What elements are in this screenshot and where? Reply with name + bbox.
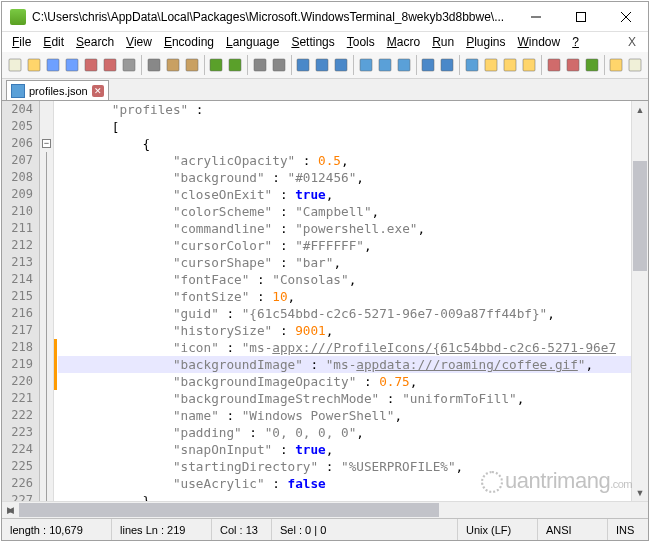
code-line[interactable]: "acrylicOpacity" : 0.5,: [66, 152, 631, 169]
editor-window: C:\Users\chris\AppData\Local\Packages\Mi…: [1, 1, 649, 541]
fold-all-button[interactable]: [419, 54, 437, 76]
code-line[interactable]: "profiles" :: [66, 101, 631, 118]
code-line[interactable]: "backgroundImageStrechMode" : "uniformTo…: [66, 390, 631, 407]
tab-close-icon[interactable]: ✕: [92, 85, 104, 97]
svg-rect-34: [629, 59, 641, 71]
find-button[interactable]: [251, 54, 269, 76]
code-line[interactable]: "guid" : "{61c54bbd-c2c6-5271-96e7-009a8…: [66, 305, 631, 322]
indent-guide-button[interactable]: [395, 54, 413, 76]
undo-button[interactable]: [207, 54, 225, 76]
code-line[interactable]: },: [66, 492, 631, 501]
svg-rect-5: [28, 59, 40, 71]
code-line[interactable]: "backgroundImage" : "ms-appdata:///roami…: [58, 356, 631, 373]
titlebar[interactable]: C:\Users\chris\AppData\Local\Packages\Mi…: [2, 2, 648, 32]
maximize-button[interactable]: [558, 2, 603, 31]
line-number-gutter: 2042052062072082092102112122132142152162…: [2, 101, 40, 501]
horizontal-scrollbar[interactable]: ◀ ▶: [2, 501, 648, 518]
replace-button[interactable]: [270, 54, 288, 76]
menu-window[interactable]: Window: [512, 33, 567, 51]
redo-button[interactable]: [226, 54, 244, 76]
code-editor[interactable]: "profiles" : [ { "acrylicOpacity" : 0.5,…: [58, 101, 631, 501]
code-line[interactable]: "snapOnInput" : true,: [66, 441, 631, 458]
scrollbar-thumb-v[interactable]: [633, 161, 647, 271]
zoom-in-button[interactable]: [294, 54, 312, 76]
code-line[interactable]: "commandline" : "powershell.exe",: [66, 220, 631, 237]
code-line[interactable]: "fontFace" : "Consolas",: [66, 271, 631, 288]
code-line[interactable]: "icon" : "ms-appx:///ProfileIcons/{61c54…: [66, 339, 631, 356]
code-line[interactable]: "historySize" : 9001,: [66, 322, 631, 339]
menu-macro[interactable]: Macro: [381, 33, 426, 51]
svg-rect-16: [254, 59, 266, 71]
doc-button[interactable]: [626, 54, 644, 76]
menubar-close[interactable]: X: [620, 33, 644, 51]
menu-search[interactable]: Search: [70, 33, 120, 51]
menu-encoding[interactable]: Encoding: [158, 33, 220, 51]
menu-?[interactable]: ?: [566, 33, 585, 51]
monitor-button[interactable]: [545, 54, 563, 76]
scrollbar-thumb-h[interactable]: [19, 503, 439, 517]
code-line[interactable]: "cursorShape" : "bar",: [66, 254, 631, 271]
code-line[interactable]: {: [66, 135, 631, 152]
spell-button[interactable]: [607, 54, 625, 76]
hidden-chars-button[interactable]: [463, 54, 481, 76]
folder-button[interactable]: [520, 54, 538, 76]
svg-rect-4: [9, 59, 21, 71]
svg-rect-27: [485, 59, 497, 71]
wrap-button[interactable]: [357, 54, 375, 76]
minimize-button[interactable]: [513, 2, 558, 31]
code-line[interactable]: "background" : "#012456",: [66, 169, 631, 186]
close-all-button[interactable]: [101, 54, 119, 76]
menu-run[interactable]: Run: [426, 33, 460, 51]
code-line[interactable]: "name" : "Windows PowerShell",: [66, 407, 631, 424]
svg-rect-20: [335, 59, 347, 71]
svg-rect-32: [586, 59, 598, 71]
scroll-right-arrow[interactable]: ▶: [2, 502, 19, 519]
save-all-button[interactable]: [63, 54, 81, 76]
open-file-button[interactable]: [25, 54, 43, 76]
code-line[interactable]: "startingDirectory" : "%USERPROFILE%",: [66, 458, 631, 475]
code-line[interactable]: "fontSize" : 10,: [66, 288, 631, 305]
zoom-out-button[interactable]: [313, 54, 331, 76]
status-line: lines Ln : 219: [112, 519, 212, 540]
menu-view[interactable]: View: [120, 33, 158, 51]
menu-plugins[interactable]: Plugins: [460, 33, 511, 51]
fold-column[interactable]: −: [40, 101, 54, 501]
cut-button[interactable]: [145, 54, 163, 76]
menu-file[interactable]: File: [6, 33, 37, 51]
new-file-button[interactable]: [6, 54, 24, 76]
show-all-button[interactable]: [376, 54, 394, 76]
paste-button[interactable]: [183, 54, 201, 76]
record-button[interactable]: [564, 54, 582, 76]
save-file-button[interactable]: [44, 54, 62, 76]
vertical-scrollbar[interactable]: ▲ ▼: [631, 101, 648, 501]
svg-rect-28: [504, 59, 516, 71]
print-button[interactable]: [120, 54, 138, 76]
menu-edit[interactable]: Edit: [37, 33, 70, 51]
svg-rect-26: [466, 59, 478, 71]
code-line[interactable]: "backgroundImageOpacity" : 0.75,: [66, 373, 631, 390]
func-list-button[interactable]: [501, 54, 519, 76]
close-button[interactable]: [603, 2, 648, 31]
code-line[interactable]: "padding" : "0, 0, 0, 0",: [66, 424, 631, 441]
svg-rect-21: [360, 59, 372, 71]
menu-settings[interactable]: Settings: [285, 33, 340, 51]
close-button[interactable]: [82, 54, 100, 76]
play-button[interactable]: [583, 54, 601, 76]
menu-language[interactable]: Language: [220, 33, 285, 51]
code-line[interactable]: "cursorColor" : "#FFFFFF",: [66, 237, 631, 254]
svg-rect-17: [273, 59, 285, 71]
code-line[interactable]: [: [66, 118, 631, 135]
code-line[interactable]: "colorScheme" : "Campbell",: [66, 203, 631, 220]
tab-profiles-json[interactable]: profiles.json ✕: [6, 80, 109, 100]
copy-button[interactable]: [164, 54, 182, 76]
svg-rect-11: [148, 59, 160, 71]
app-icon: [10, 9, 26, 25]
unfold-all-button[interactable]: [438, 54, 456, 76]
scroll-up-arrow[interactable]: ▲: [632, 101, 648, 118]
menu-tools[interactable]: Tools: [341, 33, 381, 51]
sync-button[interactable]: [332, 54, 350, 76]
code-line[interactable]: "closeOnExit" : true,: [66, 186, 631, 203]
code-line[interactable]: "useAcrylic" : false: [66, 475, 631, 492]
scroll-down-arrow[interactable]: ▼: [632, 484, 648, 501]
doc-map-button[interactable]: [482, 54, 500, 76]
